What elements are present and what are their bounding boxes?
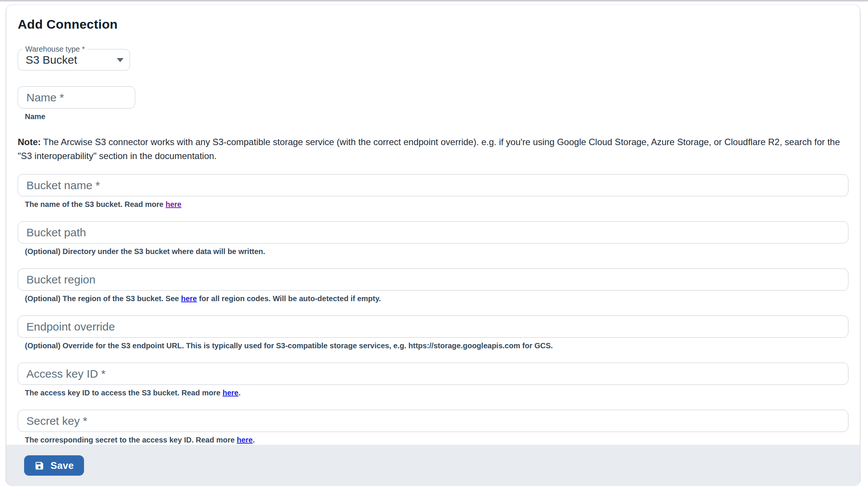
name-field-group: Name [18, 86, 848, 121]
access-key-id-helper: The access key ID to access the S3 bucke… [18, 388, 848, 398]
floppy-disk-icon [34, 461, 44, 471]
bucket-path-helper: (Optional) Directory under the S3 bucket… [18, 247, 848, 256]
bucket-region-helper: (Optional) The region of the S3 bucket. … [18, 294, 848, 303]
add-connection-card: Add Connection S3 Bucket Warehouse type … [6, 5, 860, 484]
connector-note: Note: The Arcwise S3 connector works wit… [18, 135, 848, 163]
access-key-id-helper-link[interactable]: here [223, 389, 238, 397]
bucket-region-field-group: (Optional) The region of the S3 bucket. … [18, 268, 848, 303]
note-label: Note: [18, 137, 41, 147]
page-title: Add Connection [18, 17, 848, 32]
endpoint-override-field-group: (Optional) Override for the S3 endpoint … [18, 315, 848, 351]
secret-key-input[interactable] [18, 410, 848, 432]
save-button[interactable]: Save [24, 455, 84, 476]
secret-key-helper: The corresponding secret to the access k… [18, 435, 848, 445]
warehouse-type-label: Warehouse type * [23, 45, 87, 53]
bucket-name-helper-link[interactable]: here [165, 200, 181, 208]
warehouse-type-value: S3 Bucket [26, 54, 77, 66]
bucket-region-input[interactable] [18, 268, 848, 291]
bucket-name-input[interactable] [18, 174, 848, 196]
bucket-path-input[interactable] [18, 221, 848, 243]
bucket-region-helper-link[interactable]: here [181, 294, 197, 303]
form-content: Add Connection S3 Bucket Warehouse type … [6, 5, 860, 445]
access-key-id-field-group: The access key ID to access the S3 bucke… [18, 363, 848, 398]
secret-key-field-group: The corresponding secret to the access k… [18, 410, 848, 445]
access-key-id-input[interactable] [18, 363, 848, 385]
bucket-name-field-group: The name of the S3 bucket. Read more her… [18, 174, 848, 209]
endpoint-override-input[interactable] [18, 315, 848, 338]
name-helper: Name [18, 112, 848, 121]
endpoint-override-helper: (Optional) Override for the S3 endpoint … [18, 341, 848, 351]
top-shadow [0, 0, 868, 2]
save-button-label: Save [50, 460, 74, 472]
chevron-down-icon [117, 58, 124, 62]
name-input[interactable] [18, 86, 135, 109]
secret-key-helper-link[interactable]: here [237, 436, 252, 444]
bucket-path-field-group: (Optional) Directory under the S3 bucket… [18, 221, 848, 256]
bucket-name-helper: The name of the S3 bucket. Read more her… [18, 200, 848, 209]
form-footer: Save [6, 445, 860, 486]
warehouse-type-field: S3 Bucket Warehouse type * [18, 49, 130, 70]
note-text: The Arcwise S3 connector works with any … [18, 137, 840, 161]
